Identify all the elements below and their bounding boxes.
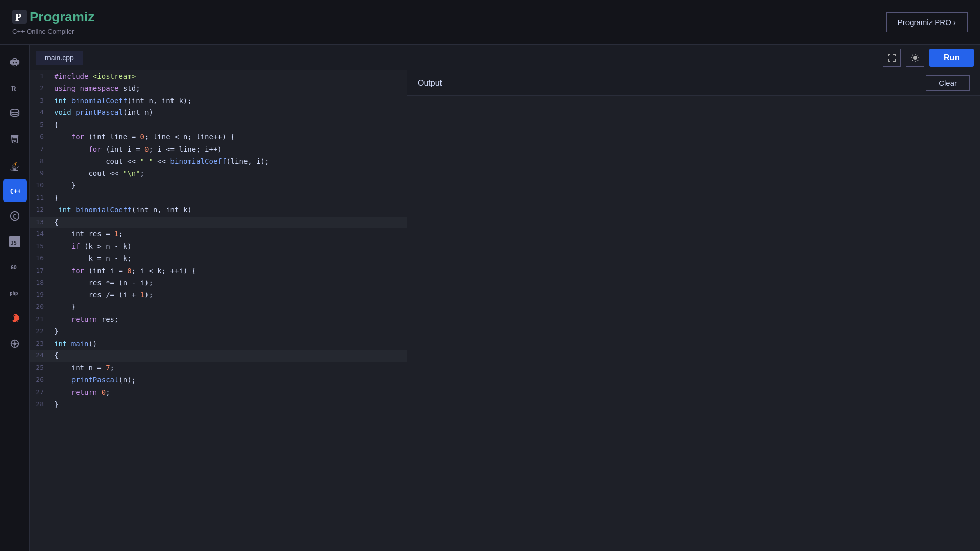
line-number: 18 xyxy=(30,277,50,290)
sidebar: R C++ C JS GO php xyxy=(0,45,30,551)
line-number: 2 xyxy=(30,83,50,95)
line-number: 27 xyxy=(30,387,50,399)
sidebar-item-go[interactable]: GO xyxy=(3,255,27,279)
table-row: 21 return res; xyxy=(30,314,407,326)
table-row: 16 k = n - k; xyxy=(30,253,407,265)
line-number: 1 xyxy=(30,70,50,83)
html-icon xyxy=(9,134,20,145)
line-number: 21 xyxy=(30,314,50,326)
sidebar-item-c[interactable]: C xyxy=(3,204,27,228)
svg-line-22 xyxy=(917,55,918,55)
line-number: 12 xyxy=(30,204,50,217)
line-number: 13 xyxy=(30,217,50,229)
sidebar-item-sql[interactable] xyxy=(3,102,27,126)
line-code: res *= (n - i); xyxy=(50,277,407,290)
cpp-icon: C++ xyxy=(9,185,20,196)
output-title: Output xyxy=(418,79,442,88)
rust-icon xyxy=(9,338,20,349)
table-row: 7 for (int i = 0; i <= line; i++) xyxy=(30,143,407,156)
main-tab[interactable]: main.cpp xyxy=(36,51,83,65)
site-name: Programiz xyxy=(30,9,94,25)
table-row: 27 return 0; xyxy=(30,387,407,399)
line-code: for (int i = 0; i < k; ++i) { xyxy=(50,265,407,277)
line-code: int res = 1; xyxy=(50,228,407,241)
sidebar-item-js[interactable]: JS xyxy=(3,230,27,253)
line-number: 14 xyxy=(30,228,50,241)
js-icon: JS xyxy=(9,236,20,247)
logo-area: P Programiz C++ Online Compiler xyxy=(12,9,94,36)
line-code: cout << " " << binomialCoeff(line, i); xyxy=(50,156,407,168)
table-row: 18 res *= (n - i); xyxy=(30,277,407,290)
line-code: } xyxy=(50,192,407,204)
main-layout: R C++ C JS GO php xyxy=(0,45,980,551)
theme-icon xyxy=(911,53,920,62)
svg-point-3 xyxy=(10,109,19,113)
python-icon xyxy=(9,57,20,68)
line-number: 16 xyxy=(30,253,50,265)
sidebar-item-cpp[interactable]: C++ xyxy=(3,179,27,202)
editor-area: main.cpp Run 1#include <iostream>2using … xyxy=(30,45,980,551)
line-number: 6 xyxy=(30,131,50,143)
fullscreen-icon xyxy=(887,53,896,62)
svg-text:R: R xyxy=(11,85,16,93)
table-row: 8 cout << " " << binomialCoeff(line, i); xyxy=(30,156,407,168)
sidebar-item-html[interactable] xyxy=(3,128,27,151)
fullscreen-button[interactable] xyxy=(883,49,901,67)
table-row: 19 res /= (i + 1); xyxy=(30,289,407,301)
svg-line-20 xyxy=(912,55,913,55)
theme-button[interactable] xyxy=(906,49,924,67)
table-row: 14 int res = 1; xyxy=(30,228,407,241)
sidebar-item-swift[interactable] xyxy=(3,306,27,330)
line-code: for (int line = 0; line < n; line++) { xyxy=(50,131,407,143)
line-code: int binomialCoeff(int n, int k); xyxy=(50,95,407,107)
line-code: #include <iostream> xyxy=(50,70,407,83)
sidebar-item-rust[interactable] xyxy=(3,332,27,355)
line-number: 5 xyxy=(30,119,50,131)
line-number: 15 xyxy=(30,241,50,253)
code-editor[interactable]: 1#include <iostream>2using namespace std… xyxy=(30,70,407,551)
table-row: 11} xyxy=(30,192,407,204)
table-row: 20 } xyxy=(30,301,407,314)
table-row: 9 cout << "\n"; xyxy=(30,167,407,180)
line-code: { xyxy=(50,350,407,362)
sidebar-item-python[interactable] xyxy=(3,51,27,75)
line-code: for (int i = 0; i <= line; i++) xyxy=(50,143,407,156)
line-code: } xyxy=(50,301,407,314)
sidebar-item-java[interactable] xyxy=(3,153,27,177)
pro-button[interactable]: Programiz PRO › xyxy=(886,12,968,32)
line-number: 28 xyxy=(30,399,50,411)
logo-title: P Programiz xyxy=(12,9,94,28)
line-number: 19 xyxy=(30,289,50,301)
svg-point-15 xyxy=(913,56,917,60)
line-code: res /= (i + 1); xyxy=(50,289,407,301)
logo-subtitle: C++ Online Compiler xyxy=(12,28,94,35)
swift-icon xyxy=(9,313,20,324)
run-button[interactable]: Run xyxy=(929,49,974,67)
line-code: return 0; xyxy=(50,387,407,399)
sql-icon xyxy=(9,108,20,119)
line-code: using namespace std; xyxy=(50,83,407,95)
sidebar-item-php[interactable]: php xyxy=(3,281,27,304)
svg-text:C: C xyxy=(13,213,16,220)
programiz-logo-icon: P xyxy=(12,10,27,24)
table-row: 17 for (int i = 0; i < k; ++i) { xyxy=(30,265,407,277)
editor-output: 1#include <iostream>2using namespace std… xyxy=(30,70,980,551)
line-number: 26 xyxy=(30,374,50,387)
line-code: int binomialCoeff(int n, int k) xyxy=(50,204,407,217)
line-number: 8 xyxy=(30,156,50,168)
line-code: void printPascal(int n) xyxy=(50,107,407,119)
svg-text:P: P xyxy=(15,12,21,23)
line-number: 22 xyxy=(30,326,50,338)
line-code: } xyxy=(50,399,407,411)
code-table: 1#include <iostream>2using namespace std… xyxy=(30,70,407,411)
line-number: 24 xyxy=(30,350,50,362)
line-code: { xyxy=(50,217,407,229)
line-code: return res; xyxy=(50,314,407,326)
sidebar-item-r[interactable]: R xyxy=(3,77,27,100)
svg-text:JS: JS xyxy=(10,240,16,246)
svg-text:php: php xyxy=(9,290,18,296)
r-lang-icon: R xyxy=(9,83,20,94)
clear-button[interactable]: Clear xyxy=(926,75,970,91)
table-row: 1#include <iostream> xyxy=(30,70,407,83)
svg-line-23 xyxy=(912,60,913,60)
